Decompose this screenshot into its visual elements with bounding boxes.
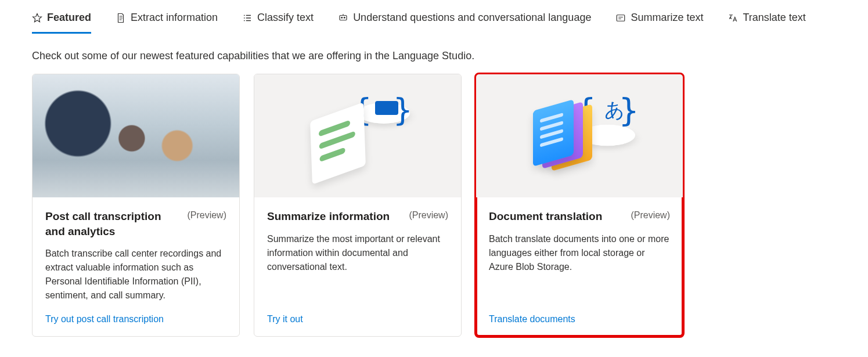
svg-rect-1 xyxy=(340,15,347,20)
card-body: Post call transcription and analytics (P… xyxy=(33,197,239,336)
summary-icon xyxy=(615,13,626,23)
card-post-call-transcription[interactable]: Post call transcription and analytics (P… xyxy=(32,74,240,337)
intro-text: Check out some of our newest featured ca… xyxy=(32,50,836,62)
card-title: Document translation xyxy=(489,209,602,224)
summarize-illustration: { } xyxy=(305,95,410,176)
call-center-photo xyxy=(33,74,239,197)
card-summarize-information[interactable]: { } Summarize information (Preview) Summ… xyxy=(254,74,462,337)
card-description: Batch transcribe call center recordings … xyxy=(45,247,226,302)
tab-label: Featured xyxy=(47,12,91,24)
tab-translate-text[interactable]: Translate text xyxy=(727,12,805,34)
tab-featured[interactable]: Featured xyxy=(32,12,91,34)
card-hero-image xyxy=(33,74,239,197)
card-hero-image: { あ } xyxy=(476,74,683,197)
svg-point-3 xyxy=(344,17,345,18)
star-icon xyxy=(32,13,42,23)
try-it-out-link[interactable]: Try it out xyxy=(267,314,448,324)
document-icon xyxy=(116,13,126,23)
translate-illustration: { あ } xyxy=(521,92,638,179)
card-document-translation[interactable]: { あ } Document translation (Preview) Bat… xyxy=(476,74,683,337)
tab-label: Understand questions and conversational … xyxy=(353,12,591,24)
tab-label: Summarize text xyxy=(631,12,703,24)
chat-bot-icon xyxy=(338,13,348,23)
card-header: Post call transcription and analytics (P… xyxy=(45,209,226,239)
tab-label: Extract information xyxy=(131,12,218,24)
translate-icon xyxy=(727,13,738,23)
tab-extract-information[interactable]: Extract information xyxy=(116,12,218,34)
translate-documents-link[interactable]: Translate documents xyxy=(489,314,670,324)
tab-understand-questions[interactable]: Understand questions and conversational … xyxy=(338,12,591,34)
tab-classify-text[interactable]: Classify text xyxy=(242,12,314,34)
tab-label: Classify text xyxy=(257,12,314,24)
card-header: Document translation (Preview) xyxy=(489,209,670,224)
preview-badge: (Preview) xyxy=(187,209,226,221)
preview-badge: (Preview) xyxy=(409,209,448,221)
card-title: Post call transcription and analytics xyxy=(45,209,181,239)
svg-marker-0 xyxy=(33,13,42,21)
tab-bar: Featured Extract information Classify te… xyxy=(32,12,836,34)
preview-badge: (Preview) xyxy=(631,209,670,221)
card-body: Summarize information (Preview) Summariz… xyxy=(254,197,461,336)
svg-rect-4 xyxy=(617,15,625,21)
card-title: Summarize information xyxy=(267,209,390,224)
tab-label: Translate text xyxy=(743,12,805,24)
card-grid: Post call transcription and analytics (P… xyxy=(32,74,836,337)
list-icon xyxy=(242,13,253,23)
card-body: Document translation (Preview) Batch tra… xyxy=(476,197,683,336)
card-header: Summarize information (Preview) xyxy=(267,209,448,224)
card-description: Summarize the most important or relevant… xyxy=(267,232,448,303)
card-description: Batch translate documents into one or mo… xyxy=(489,232,670,303)
tab-summarize-text[interactable]: Summarize text xyxy=(615,12,703,34)
card-hero-image: { } xyxy=(254,74,461,197)
try-post-call-link[interactable]: Try out post call transcription xyxy=(45,314,226,324)
svg-point-2 xyxy=(341,17,343,18)
